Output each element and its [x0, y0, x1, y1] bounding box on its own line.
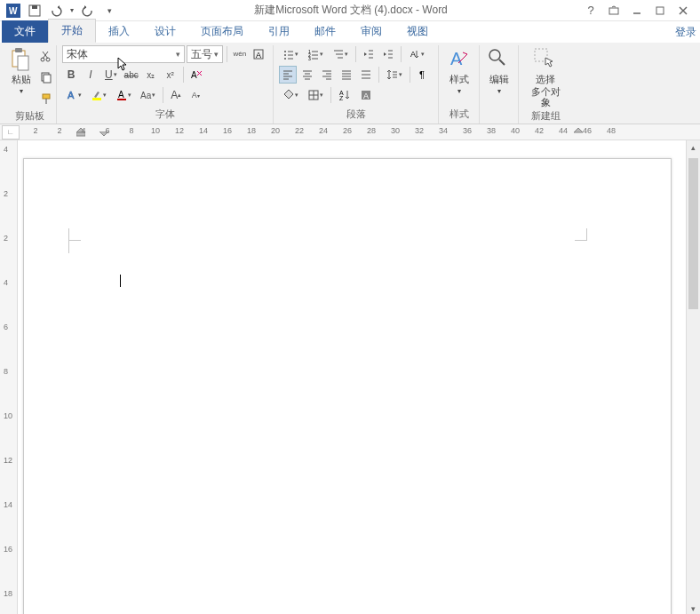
- svg-text:3: 3: [308, 56, 311, 60]
- scrollbar-thumb[interactable]: [688, 158, 698, 309]
- font-name-combo[interactable]: 宋体▾: [62, 45, 185, 63]
- numbering-icon[interactable]: 123▾: [304, 45, 327, 63]
- superscript-button[interactable]: x²: [162, 66, 179, 84]
- tab-file[interactable]: 文件: [2, 20, 48, 43]
- scroll-up-icon[interactable]: ▴: [687, 140, 700, 155]
- select-multiple-button[interactable]: 选择 多个对象: [529, 45, 561, 108]
- tab-design[interactable]: 设计: [142, 20, 188, 43]
- qat-customize-icon[interactable]: ▾: [99, 1, 119, 20]
- ruler-tick: 32: [415, 126, 424, 135]
- strikethrough-button[interactable]: abc: [123, 66, 140, 84]
- group-label: [485, 108, 513, 122]
- help-icon[interactable]: ?: [583, 3, 599, 19]
- text-effects-icon[interactable]: A▾: [62, 86, 85, 104]
- multilevel-list-icon[interactable]: ▾: [329, 45, 352, 63]
- align-right-icon[interactable]: [318, 66, 336, 84]
- font-size-combo[interactable]: 五号▾: [187, 45, 223, 63]
- change-case-icon[interactable]: Aa▾: [137, 86, 159, 104]
- ruler-tick: 44: [559, 126, 568, 135]
- paste-button[interactable]: 粘贴 ▾: [9, 45, 34, 97]
- distributed-icon[interactable]: [357, 66, 375, 84]
- borders-icon[interactable]: ▾: [304, 86, 327, 104]
- tab-home[interactable]: 开始: [48, 19, 96, 43]
- tab-mailings[interactable]: 邮件: [302, 20, 348, 43]
- ruler-tick: 40: [511, 126, 520, 135]
- line-spacing-icon[interactable]: ▾: [383, 66, 406, 84]
- ruler-tick: 36: [463, 126, 472, 135]
- copy-icon[interactable]: [37, 68, 55, 86]
- show-marks-icon[interactable]: ¶: [414, 66, 432, 84]
- ruler-tick: 12: [175, 126, 184, 135]
- undo-dropdown-icon[interactable]: ▾: [68, 1, 76, 20]
- justify-icon[interactable]: [338, 66, 355, 84]
- ruler-tick: 8: [129, 126, 133, 135]
- bullets-icon[interactable]: ▾: [279, 45, 302, 63]
- svg-text:A: A: [118, 90, 124, 100]
- ruler-tick: 26: [343, 126, 352, 135]
- shading-icon[interactable]: ▾: [279, 86, 302, 104]
- cut-icon[interactable]: [37, 47, 55, 65]
- horizontal-ruler[interactable]: ∟ 22468101214161820222426283032343638404…: [0, 124, 700, 140]
- word-app-icon[interactable]: W: [4, 1, 23, 20]
- highlight-icon[interactable]: ▾: [87, 86, 110, 104]
- svg-point-27: [284, 51, 286, 52]
- maximize-icon[interactable]: [652, 3, 668, 19]
- increase-indent-icon[interactable]: [379, 45, 397, 63]
- align-center-icon[interactable]: [298, 66, 316, 84]
- vertical-ruler[interactable]: 4224681012141618: [0, 140, 18, 614]
- decrease-indent-icon[interactable]: [360, 45, 378, 63]
- ruler-tick: 14: [4, 500, 12, 509]
- ruler-tick: 2: [57, 126, 61, 135]
- chevron-down-icon: ▾: [214, 50, 219, 59]
- ruler-tick: 6: [4, 323, 8, 331]
- group-editing: 编辑 ▾: [480, 45, 519, 124]
- undo-icon[interactable]: [46, 1, 66, 20]
- ruler-tick: 2: [4, 234, 8, 243]
- sign-in-link[interactable]: 登录: [675, 25, 696, 40]
- page-viewport[interactable]: [18, 140, 686, 614]
- underline-button[interactable]: U▾: [101, 66, 121, 84]
- ruler-tick: 16: [4, 545, 12, 554]
- window-controls: ?: [583, 3, 696, 19]
- svg-line-81: [499, 60, 505, 65]
- editing-button[interactable]: 编辑 ▾: [485, 45, 513, 97]
- align-left-icon[interactable]: [279, 66, 297, 84]
- redo-icon[interactable]: [78, 1, 98, 20]
- document-page[interactable]: [23, 158, 672, 614]
- styles-button[interactable]: A 样式 ▾: [444, 45, 473, 97]
- bold-button[interactable]: B: [62, 66, 80, 84]
- vertical-scrollbar[interactable]: ▴ ▾: [686, 140, 700, 614]
- svg-text:Z: Z: [339, 95, 344, 101]
- subscript-button[interactable]: x₂: [142, 66, 160, 84]
- clear-formatting-icon[interactable]: A: [187, 66, 205, 84]
- right-indent-marker[interactable]: [574, 128, 583, 135]
- font-color-icon[interactable]: A▾: [112, 86, 135, 104]
- shrink-font-icon[interactable]: A▾: [187, 86, 204, 104]
- format-painter-icon[interactable]: [37, 90, 55, 108]
- save-icon[interactable]: [25, 1, 44, 20]
- sort-icon[interactable]: AZ: [335, 86, 354, 104]
- scroll-down-icon[interactable]: ▾: [687, 602, 700, 614]
- italic-button[interactable]: I: [82, 66, 99, 84]
- margin-corner-icon: [575, 228, 587, 241]
- ruler-tick: 10: [151, 126, 160, 135]
- close-icon[interactable]: [675, 3, 691, 19]
- ruler-tick: 2: [33, 126, 37, 135]
- minimize-icon[interactable]: [629, 3, 645, 19]
- tab-selector-icon[interactable]: ∟: [2, 125, 20, 140]
- char-shading-icon[interactable]: A: [356, 86, 376, 104]
- text-direction-icon[interactable]: A▾: [405, 45, 428, 63]
- grow-font-icon[interactable]: A▴: [167, 86, 185, 104]
- character-border-icon[interactable]: A: [251, 45, 267, 63]
- svg-text:A: A: [256, 51, 261, 60]
- tab-view[interactable]: 视图: [394, 20, 441, 43]
- ruler-tick: 4: [81, 126, 85, 135]
- tab-references[interactable]: 引用: [256, 20, 302, 43]
- phonetic-guide-icon[interactable]: wén: [231, 45, 248, 63]
- ruler-tick: 24: [319, 126, 328, 135]
- tab-review[interactable]: 审阅: [348, 20, 394, 43]
- ribbon-display-icon[interactable]: [606, 3, 622, 19]
- tab-insert[interactable]: 插入: [96, 20, 142, 43]
- ruler-tick: 18: [4, 589, 12, 598]
- tab-layout[interactable]: 页面布局: [188, 20, 256, 43]
